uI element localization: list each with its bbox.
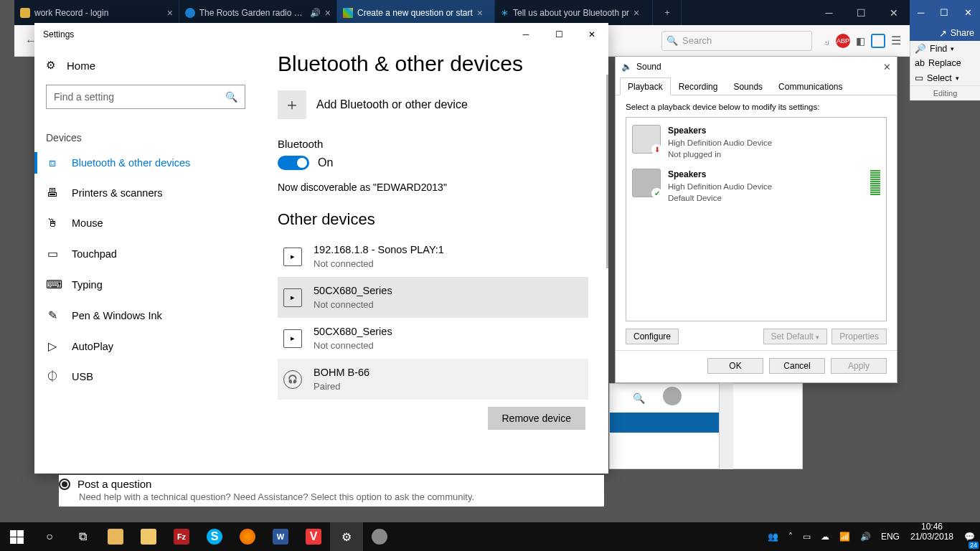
sound-dialog: 🔈 Sound ✕ Playback Recording Sounds Comm… <box>615 56 897 383</box>
taskbar-app[interactable] <box>99 522 132 551</box>
close-button[interactable]: ✕ <box>575 23 608 46</box>
find-setting-input[interactable]: Find a setting 🔍 <box>46 85 245 109</box>
taskbar-app[interactable] <box>363 522 396 551</box>
browser-tab-1[interactable]: The Roots Garden radio sho 🔊 × <box>179 0 337 25</box>
nav-usb[interactable]: ⏀USB <box>34 362 257 392</box>
radio-selected[interactable] <box>59 479 70 490</box>
post-question-option[interactable]: Post a question Need help with a technic… <box>59 475 604 507</box>
home-button[interactable]: ⚙ Home <box>34 53 257 77</box>
browser-tab-0[interactable]: work Record - login × <box>14 0 179 25</box>
word-close[interactable]: ✕ <box>964 7 972 18</box>
close-icon[interactable]: × <box>477 7 483 19</box>
apply-button[interactable]: Apply <box>831 358 887 374</box>
device-item[interactable]: ▸ 192.168.1.8 - Sonos PLAY:1Not connecte… <box>278 236 588 277</box>
browser-tab-3[interactable]: ∗ Tell us about your Bluetooth pr × <box>495 0 653 25</box>
playback-device[interactable]: ⬇ Speakers High Definition Audio Device … <box>629 121 883 164</box>
taskbar-app-word[interactable]: W <box>264 522 297 551</box>
properties-button[interactable]: Properties <box>831 329 887 344</box>
cortana-button[interactable]: ○ <box>33 522 66 551</box>
select-button[interactable]: ▭Select▾ <box>910 70 980 85</box>
close-icon[interactable]: × <box>167 7 173 19</box>
add-device-button[interactable]: ＋ Add Bluetooth or other device <box>278 90 588 119</box>
replace-button[interactable]: abReplace <box>910 56 980 70</box>
taskbar-app-firefox[interactable] <box>231 522 264 551</box>
browser-tab-2[interactable]: Create a new question or start × <box>337 0 495 25</box>
nav-pen[interactable]: ✎Pen & Windows Ink <box>34 300 257 331</box>
tray-language[interactable]: ENG <box>876 522 905 551</box>
nav-mouse[interactable]: 🖱Mouse <box>34 208 257 238</box>
sound-instruction: Select a playback device below to modify… <box>626 103 887 111</box>
audio-icon[interactable]: 🔊 <box>310 8 321 18</box>
tab-favicon <box>343 8 353 18</box>
tab-playback[interactable]: Playback <box>620 77 671 95</box>
level-meter <box>870 169 880 195</box>
taskbar-app-settings[interactable]: ⚙ <box>330 522 363 551</box>
taskbar-app[interactable] <box>132 522 165 551</box>
maximize-button[interactable]: ☐ <box>542 23 575 46</box>
device-item[interactable]: ▸ 50CX680_SeriesNot connected <box>278 318 588 359</box>
ok-button[interactable]: OK <box>707 358 763 374</box>
minimize-button[interactable]: ─ <box>509 23 542 46</box>
browser-tab-bar: work Record - login × The Roots Garden r… <box>14 0 910 25</box>
browser-min[interactable]: ─ <box>813 0 845 25</box>
device-item[interactable]: ▸ 50CX680_SeriesNot connected <box>278 277 588 318</box>
taskbar-app-filezilla[interactable]: Fz <box>165 522 198 551</box>
tab-label: Create a new question or start <box>357 8 473 18</box>
new-tab-button[interactable]: ＋ <box>653 0 682 25</box>
search-icon: 🔍 <box>633 392 645 404</box>
find-button[interactable]: 🔎Find▾ <box>910 41 980 56</box>
word-window-controls: ─ ☐ ✕ <box>910 0 980 25</box>
start-button[interactable] <box>0 522 33 551</box>
word-share-bar[interactable]: ↗ Share <box>910 25 980 41</box>
word-min[interactable]: ─ <box>918 7 924 18</box>
close-icon[interactable]: × <box>325 7 331 19</box>
tray-people[interactable]: 👥 <box>763 522 783 551</box>
taskbar-app-skype[interactable]: S <box>198 522 231 551</box>
browser-max[interactable]: ☐ <box>845 0 877 25</box>
word-scrollbar[interactable] <box>719 383 733 469</box>
bluetooth-toggle[interactable] <box>278 156 309 170</box>
task-view-button[interactable]: ⧉ <box>66 522 99 551</box>
tray-up-icon[interactable]: ˄ <box>783 522 798 551</box>
tray-wifi-icon[interactable]: 📶 <box>834 522 855 551</box>
tab-sounds[interactable]: Sounds <box>725 77 771 95</box>
usb-icon: ⏀ <box>46 370 59 383</box>
tab-communications[interactable]: Communications <box>771 77 850 95</box>
content-scrollbar[interactable] <box>606 75 608 268</box>
sidebar-icon[interactable]: ◧ <box>856 35 865 47</box>
remove-device-button[interactable]: Remove device <box>488 407 586 430</box>
taskbar-app-vivaldi[interactable]: V <box>297 522 330 551</box>
playback-device[interactable]: ✔ Speakers High Definition Audio Device … <box>629 164 883 208</box>
tab-recording[interactable]: Recording <box>671 77 726 95</box>
sound-title-text: Sound <box>636 62 661 72</box>
tab-label: work Record - login <box>34 8 108 18</box>
tray-battery-icon[interactable]: ▭ <box>798 522 816 551</box>
tray-notifications[interactable]: 💬24 <box>959 522 980 551</box>
tray-onedrive-icon[interactable]: ☁ <box>816 522 834 551</box>
cancel-button[interactable]: Cancel <box>769 358 825 374</box>
extension-s-icon[interactable] <box>871 34 885 48</box>
configure-button[interactable]: Configure <box>626 329 679 344</box>
abp-icon[interactable]: ABP <box>836 34 850 48</box>
close-icon[interactable]: × <box>633 7 639 19</box>
fragment-image <box>663 387 682 405</box>
word-max[interactable]: ☐ <box>940 7 948 18</box>
bluetooth-heading: Bluetooth <box>278 138 588 150</box>
set-default-button[interactable]: Set Default ▾ <box>763 329 828 344</box>
menu-icon[interactable]: ☰ <box>891 34 901 47</box>
nav-printers[interactable]: 🖶Printers & scanners <box>34 178 257 208</box>
search-input[interactable]: 🔍 Search <box>661 31 812 51</box>
device-item[interactable]: 🎧 BOHM B-66Paired <box>278 359 588 400</box>
nav-touchpad[interactable]: ▭Touchpad <box>34 238 257 269</box>
nav-autoplay[interactable]: ▷AutoPlay <box>34 331 257 362</box>
system-tray: 👥 ˄ ▭ ☁ 📶 🔊 ENG 10:46 21/03/2018 💬24 <box>763 522 980 551</box>
close-icon[interactable]: ✕ <box>883 62 891 72</box>
default-badge-icon: ✔ <box>651 188 662 199</box>
browser-close[interactable]: ✕ <box>877 0 910 25</box>
nav-typing[interactable]: ⌨Typing <box>34 269 257 300</box>
tray-volume-icon[interactable]: 🔊 <box>855 522 876 551</box>
word-document-fragment: 🔍 <box>609 383 803 469</box>
nav-bluetooth[interactable]: ⧈Bluetooth & other devices <box>34 148 257 178</box>
library-icon[interactable]: ⟓ <box>824 34 830 47</box>
tray-clock[interactable]: 10:46 21/03/2018 <box>905 522 959 551</box>
